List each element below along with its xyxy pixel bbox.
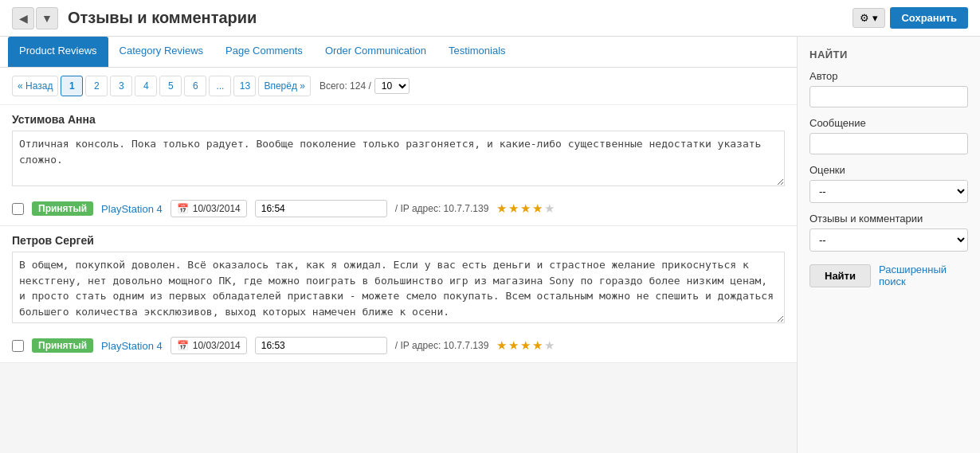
per-page-select[interactable]: 10 25 50	[374, 78, 410, 94]
review-item: Устимова Анна Отличная консоль. Пока тол…	[0, 105, 797, 226]
next-page-button[interactable]: Вперёд »	[258, 76, 311, 96]
product-link-1[interactable]: PlayStation 4	[101, 340, 163, 352]
date-field-0[interactable]: 📅 10/03/2014	[171, 200, 247, 217]
status-badge-1: Принятый	[32, 338, 93, 353]
rating-label: Оценки	[809, 164, 968, 176]
time-field-1[interactable]	[255, 337, 387, 354]
back-button[interactable]: ◀	[12, 7, 34, 29]
star-5: ★	[544, 338, 555, 353]
star-2: ★	[508, 338, 519, 353]
tab-product-reviews[interactable]: Product Reviews	[8, 37, 108, 67]
review-author: Устимова Анна	[0, 105, 797, 131]
gear-icon: ⚙	[860, 12, 869, 24]
header-actions: ⚙ ▾ Сохранить	[853, 7, 968, 29]
settings-button[interactable]: ⚙ ▾	[853, 8, 885, 28]
page-6-button[interactable]: 6	[184, 76, 206, 96]
total-label: Всего: 124 /	[319, 80, 371, 92]
tab-category-reviews[interactable]: Category Reviews	[108, 37, 215, 67]
tab-order-communication[interactable]: Order Communication	[314, 37, 437, 67]
ip-info-1: / IP адрес: 10.7.7.139	[395, 340, 489, 351]
page-1-button[interactable]: 1	[61, 76, 83, 96]
page-2-button[interactable]: 2	[85, 76, 108, 96]
header: ◀ ▼ Отзывы и комментарии ⚙ ▾ Сохранить	[0, 0, 980, 37]
layout: Product Reviews Category Reviews Page Co…	[0, 37, 980, 453]
main-content: Product Reviews Category Reviews Page Co…	[0, 37, 797, 453]
review-text-1[interactable]: В общем, покупкой доволен. Всё оказалось…	[12, 252, 785, 323]
star-1: ★	[496, 338, 507, 353]
star-3: ★	[520, 338, 531, 353]
page-4-button[interactable]: 4	[135, 76, 157, 96]
sidebar: НАЙТИ Автор Сообщение Оценки -- 1 2 3 4 …	[797, 37, 980, 453]
date-value-0: 10/03/2014	[193, 203, 241, 214]
status-badge-0: Принятый	[32, 201, 93, 216]
date-value-1: 10/03/2014	[193, 340, 241, 351]
comments-select[interactable]: -- Принятый Отклонён Ожидает	[809, 228, 968, 252]
author-input[interactable]	[809, 86, 968, 107]
stars-0: ★ ★ ★ ★ ★	[496, 201, 555, 216]
page-5-button[interactable]: 5	[159, 76, 182, 96]
sidebar-title: НАЙТИ	[809, 49, 968, 61]
time-field-0[interactable]	[255, 200, 387, 217]
star-1: ★	[496, 201, 507, 216]
calendar-icon-0: 📅	[177, 203, 189, 214]
save-button[interactable]: Сохранить	[890, 7, 968, 29]
settings-dropdown-icon: ▾	[872, 12, 878, 24]
star-3: ★	[520, 201, 531, 216]
review-footer-1: Принятый PlayStation 4 📅 10/03/2014 / IP…	[0, 332, 797, 362]
prev-page-button[interactable]: « Назад	[12, 76, 58, 96]
message-label: Сообщение	[809, 117, 968, 129]
pagination: « Назад 1 2 3 4 5 6 ... 13 Вперёд » Всег…	[0, 68, 797, 105]
page-ellipsis: ...	[209, 76, 231, 96]
find-button[interactable]: Найти	[809, 264, 871, 287]
star-4: ★	[532, 201, 543, 216]
reviews-list: Устимова Анна Отличная консоль. Пока тол…	[0, 105, 797, 363]
page-title: Отзывы и комментарии	[68, 9, 853, 27]
ip-info-0: / IP адрес: 10.7.7.139	[395, 203, 489, 214]
star-2: ★	[508, 201, 519, 216]
review-text-0[interactable]: Отличная консоль. Пока только радует. Во…	[12, 131, 785, 186]
review-checkbox-0[interactable]	[12, 203, 24, 215]
calendar-icon-1: 📅	[177, 340, 189, 351]
star-4: ★	[532, 338, 543, 353]
product-link-0[interactable]: PlayStation 4	[101, 203, 163, 215]
page-13-button[interactable]: 13	[233, 76, 256, 96]
total-info: Всего: 124 / 10 25 50	[319, 78, 410, 94]
page-3-button[interactable]: 3	[110, 76, 132, 96]
review-item: Петров Сергей В общем, покупкой доволен.…	[0, 226, 797, 363]
tab-page-comments[interactable]: Page Comments	[214, 37, 314, 67]
sidebar-buttons: Найти Расширенный поиск	[809, 264, 968, 287]
message-input[interactable]	[809, 133, 968, 154]
review-author-1: Петров Сергей	[0, 226, 797, 252]
tabs-bar: Product Reviews Category Reviews Page Co…	[0, 37, 797, 68]
review-footer-0: Принятый PlayStation 4 📅 10/03/2014 / IP…	[0, 195, 797, 225]
date-field-1[interactable]: 📅 10/03/2014	[171, 337, 247, 354]
star-5: ★	[544, 201, 555, 216]
dropdown-button[interactable]: ▼	[36, 7, 58, 29]
comments-filter-label: Отзывы и комментарии	[809, 213, 968, 225]
author-label: Автор	[809, 70, 968, 82]
rating-select[interactable]: -- 1 2 3 4 5	[809, 180, 968, 203]
advanced-search-link[interactable]: Расширенный поиск	[879, 264, 968, 287]
nav-buttons: ◀ ▼	[12, 7, 58, 29]
stars-1: ★ ★ ★ ★ ★	[496, 338, 555, 353]
review-checkbox-1[interactable]	[12, 340, 24, 352]
tab-testimonials[interactable]: Testimonials	[437, 37, 517, 67]
